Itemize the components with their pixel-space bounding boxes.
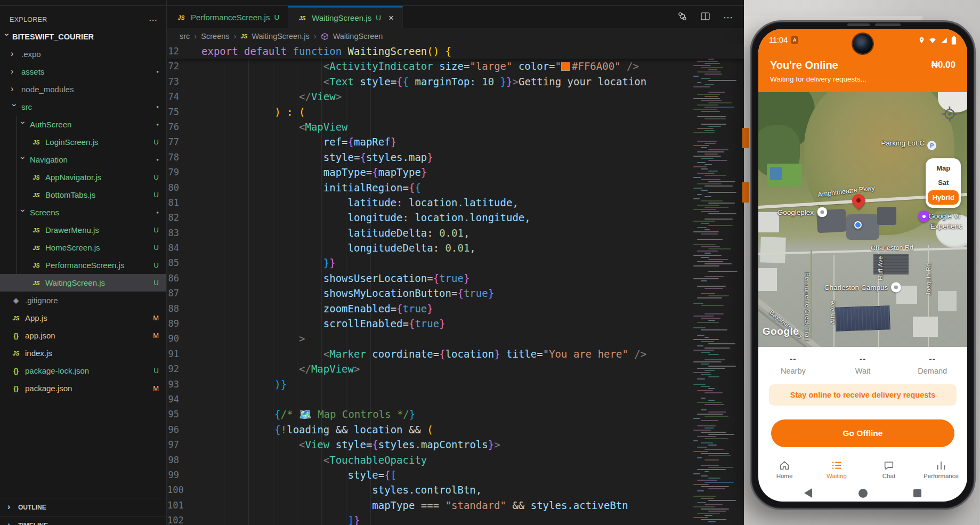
my-location-button[interactable] — [941, 105, 959, 123]
app-tab-label: Home — [776, 473, 793, 479]
tab-bar: JSPerformanceScreen.jsUJSWaitingScreen.j… — [167, 6, 744, 28]
stat-label: Demand — [918, 367, 947, 375]
explorer-item-assets[interactable]: ›assets● — [0, 63, 166, 80]
chevron-right-icon: › — [7, 520, 14, 525]
map-type-sat-button[interactable]: Sat — [926, 175, 961, 190]
breadcrumb-item[interactable]: Screens — [201, 32, 229, 41]
explorer-more-actions-icon[interactable]: ⋯ — [149, 15, 158, 25]
chevron-down-icon: › — [10, 103, 19, 110]
symbol-icon — [321, 31, 329, 41]
explorer-item-Screens[interactable]: ›Screens● — [0, 204, 166, 221]
map-type-hybrid-button[interactable]: Hybrid — [928, 190, 959, 205]
stat-nearby: --Nearby — [758, 349, 828, 380]
explorer-item-package-lock.json[interactable]: {}package-lock.jsonU — [0, 362, 166, 379]
outline-section[interactable]: › OUTLINE — [0, 498, 166, 516]
app-tab-label: Chat — [882, 473, 895, 479]
go-offline-button[interactable]: Go Offline — [771, 419, 954, 447]
tab-PerformanceScreen.js[interactable]: JSPerformanceScreen.jsU — [167, 6, 288, 28]
explorer-item-App.js[interactable]: JSApp.jsM — [0, 309, 166, 327]
explorer-item-.expo[interactable]: ›.expo — [0, 45, 166, 63]
app-tab-chat[interactable]: Chat — [863, 456, 915, 482]
map-type-controls: MapSatHybrid — [926, 158, 961, 208]
explorer-item-LoginScreen.js[interactable]: JSLoginScreen.jsU — [0, 133, 166, 151]
git-status-badge: U — [376, 14, 381, 22]
app-header-area: 11:04 A You're Online ₦0.00 — [758, 29, 967, 92]
code-editor[interactable]: 12export default function WaitingScreen(… — [167, 44, 744, 525]
explorer-item-label: package.json — [25, 384, 149, 393]
explorer-item-src[interactable]: ›src● — [0, 98, 166, 116]
breadcrumb-item[interactable]: WaitingScreen.js — [252, 32, 309, 41]
js-file-icon: JS — [31, 227, 42, 233]
explorer-item-AppNavigator.js[interactable]: JSAppNavigator.jsU — [0, 168, 166, 186]
tab-WaitingScreen.js[interactable]: JSWaitingScreen.jsU× — [288, 6, 403, 28]
split-editor-icon[interactable] — [700, 11, 710, 23]
android-nav-bar — [758, 482, 967, 502]
explorer-item-Navigation[interactable]: ›Navigation● — [0, 151, 166, 168]
notification-app-icon: A — [791, 36, 798, 44]
explorer-item-label: AppNavigator.js — [45, 173, 150, 182]
code-line-89: 89 scrollEnabled={true} — [167, 316, 744, 331]
online-header: You're Online ₦0.00 Waiting for delivery… — [758, 55, 967, 92]
app-tab-waiting[interactable]: Waiting — [811, 456, 863, 482]
minimap[interactable] — [692, 44, 741, 525]
editor-more-actions-icon[interactable]: ⋯ — [723, 12, 733, 23]
js-file-icon: JS — [31, 280, 42, 286]
explorer-item-.gitignore[interactable]: ◈.gitignore — [0, 292, 166, 309]
android-back-button[interactable] — [804, 488, 812, 498]
js-file-icon: JS — [297, 15, 307, 21]
status-time: 11:04 — [769, 36, 788, 44]
js-file-icon: JS — [31, 262, 42, 269]
map-tennis-court — [770, 167, 783, 180]
editor-actions: ⋯ — [677, 6, 744, 28]
app-tab-home[interactable]: Home — [758, 456, 811, 482]
explorer-item-node_modules[interactable]: ›node_modules — [0, 80, 166, 98]
explorer-item-HomeScreen.js[interactable]: JSHomeScreen.jsU — [0, 239, 166, 256]
my-location-dot — [854, 221, 862, 229]
android-recents-button[interactable] — [913, 489, 921, 497]
breadcrumb-item[interactable]: src — [180, 32, 190, 41]
explorer-item-label: .expo — [21, 50, 166, 59]
git-status-badge: U — [274, 13, 279, 21]
explorer-item-WaitingScreen.js[interactable]: JSWaitingScreen.jsU — [0, 274, 166, 292]
map-label: Parking Lot CP — [881, 139, 936, 150]
code-line-80: 80 initialRegion={{ — [167, 180, 744, 195]
editor-group: JSPerformanceScreen.jsUJSWaitingScreen.j… — [167, 0, 744, 525]
map-building — [913, 317, 938, 337]
map-label: Charleston Rd — [871, 244, 913, 252]
explorer-root-folder[interactable]: › BITESWIFT_COURIER — [0, 28, 166, 45]
explorer-item-package.json[interactable]: {}package.jsonM — [0, 379, 166, 397]
explorer-item-app.json[interactable]: {}app.jsonM — [0, 327, 166, 344]
timeline-section[interactable]: › TIMELINE — [0, 516, 166, 525]
color-swatch[interactable] — [562, 62, 570, 70]
chevron-down-icon: › — [18, 156, 28, 163]
explorer-item-index.js[interactable]: JSindex.js — [0, 344, 166, 362]
explorer-tree: ›.expo›assets●›node_modules›src●›AuthScr… — [0, 45, 166, 397]
sidebar-bottom-panels: › OUTLINE › TIMELINE — [0, 498, 166, 525]
explorer-item-label: Navigation — [30, 155, 152, 164]
explorer-item-BottomTabs.js[interactable]: JSBottomTabs.jsU — [0, 186, 166, 204]
breadcrumb-item[interactable]: WaitingScreen — [333, 32, 383, 41]
open-changes-icon[interactable] — [677, 11, 687, 23]
online-status-subtitle: Waiting for delivery requests... — [770, 75, 955, 83]
explorer-item-PerformanceScreen.js[interactable]: JSPerformanceScreen.jsU — [0, 256, 166, 274]
code-line-83: 83 latitudeDelta: 0.01, — [167, 225, 744, 240]
screenshot-root: EXPLORER ⋯ › BITESWIFT_COURIER ›.expo›as… — [0, 0, 980, 525]
explorer-item-AuthScreen[interactable]: ›AuthScreen● — [0, 116, 166, 133]
android-home-button[interactable] — [858, 489, 868, 498]
code-line-97: 97 <View style={styles.mapControls}> — [167, 437, 744, 452]
stay-online-banner: Stay online to receive delivery requests — [769, 384, 957, 406]
map-type-map-button[interactable]: Map — [926, 161, 961, 175]
git-status-badge: M — [153, 384, 159, 392]
code-line-84: 84 longitudeDelta: 0.01, — [167, 240, 744, 255]
stat-value: -- — [929, 354, 936, 364]
git-status-badge: U — [154, 261, 159, 269]
map-label: Huff Ave — [877, 256, 884, 280]
explorer-item-DrawerMenu.js[interactable]: JSDrawerMenu.jsU — [0, 221, 166, 239]
git-status-badge: U — [154, 244, 159, 252]
close-tab-icon[interactable]: × — [388, 13, 394, 22]
chevron-right-icon: › — [11, 67, 18, 76]
map-view[interactable]: MapSatHybrid Parking Lot CPAmphitheatre … — [758, 92, 967, 347]
app-tab-performance[interactable]: Performance — [915, 456, 967, 482]
code-line-94: 94 — [167, 392, 744, 407]
map-building — [877, 207, 896, 224]
